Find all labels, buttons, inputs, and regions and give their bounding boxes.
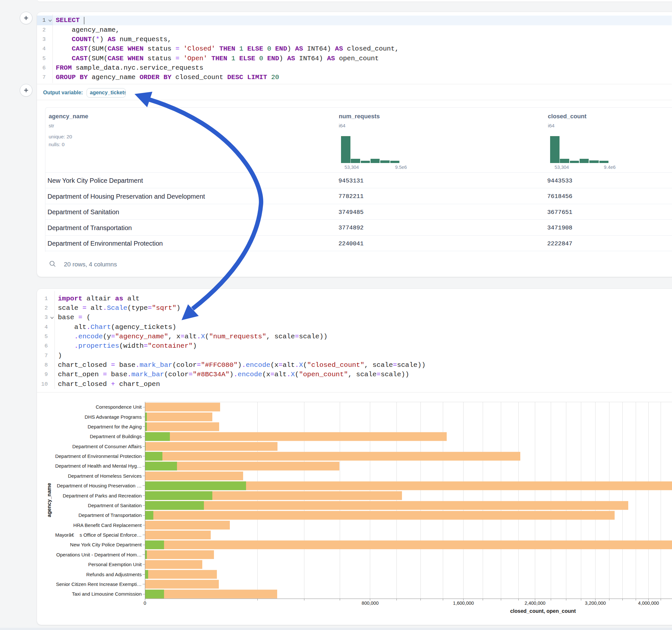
svg-text:Department of Transportation: Department of Transportation bbox=[78, 512, 142, 518]
svg-text:Senior Citizen Rent Increase E: Senior Citizen Rent Increase Exempti… bbox=[56, 581, 142, 587]
svg-text:Personal Exemption Unit: Personal Exemption Unit bbox=[88, 562, 142, 567]
svg-text:New York City Police Departmen: New York City Police Department bbox=[70, 542, 142, 547]
svg-text:Department of Environmental Pr: Department of Environmental Protection bbox=[55, 453, 142, 459]
svg-text:800,000: 800,000 bbox=[362, 601, 379, 606]
svg-text:Taxi and Limousine Commission: Taxi and Limousine Commission bbox=[72, 591, 142, 597]
svg-text:HRA Benefit Card Replacement: HRA Benefit Card Replacement bbox=[73, 523, 142, 528]
svg-text:0: 0 bbox=[144, 601, 146, 606]
svg-text:Correspondence Unit: Correspondence Unit bbox=[96, 404, 142, 410]
svg-text:Department of Sanitation: Department of Sanitation bbox=[88, 503, 142, 508]
svg-text:4,000,000: 4,000,000 bbox=[638, 601, 659, 606]
svg-text:3,200,000: 3,200,000 bbox=[585, 601, 606, 606]
svg-text:Department of Consumer Affairs: Department of Consumer Affairs bbox=[72, 444, 142, 449]
svg-text:Mayorâ€s Office of Special Enf: Mayorâ€s Office of Special Enforce… bbox=[55, 532, 142, 538]
svg-text:DHS Advantage Programs: DHS Advantage Programs bbox=[85, 414, 142, 420]
svg-text:Operations Unit - Department o: Operations Unit - Department of Hom… bbox=[56, 552, 142, 557]
svg-text:2,400,000: 2,400,000 bbox=[525, 601, 546, 606]
svg-text:agency_name: agency_name bbox=[46, 483, 52, 517]
svg-text:Department of Housing Preserva: Department of Housing Preservation … bbox=[57, 483, 142, 488]
svg-text:Department of Buildings: Department of Buildings bbox=[90, 434, 142, 439]
svg-text:closed_count, open_count: closed_count, open_count bbox=[510, 608, 576, 614]
svg-text:1,600,000: 1,600,000 bbox=[453, 601, 474, 606]
svg-text:Refunds and Adjustments: Refunds and Adjustments bbox=[86, 572, 142, 577]
svg-text:Department for the Aging: Department for the Aging bbox=[88, 424, 142, 429]
svg-text:Department of Health and Menta: Department of Health and Mental Hyg… bbox=[55, 463, 142, 468]
svg-text:Department of Homeless Service: Department of Homeless Services bbox=[68, 473, 142, 479]
svg-text:Department of Parks and Recrea: Department of Parks and Recreation bbox=[63, 493, 142, 499]
